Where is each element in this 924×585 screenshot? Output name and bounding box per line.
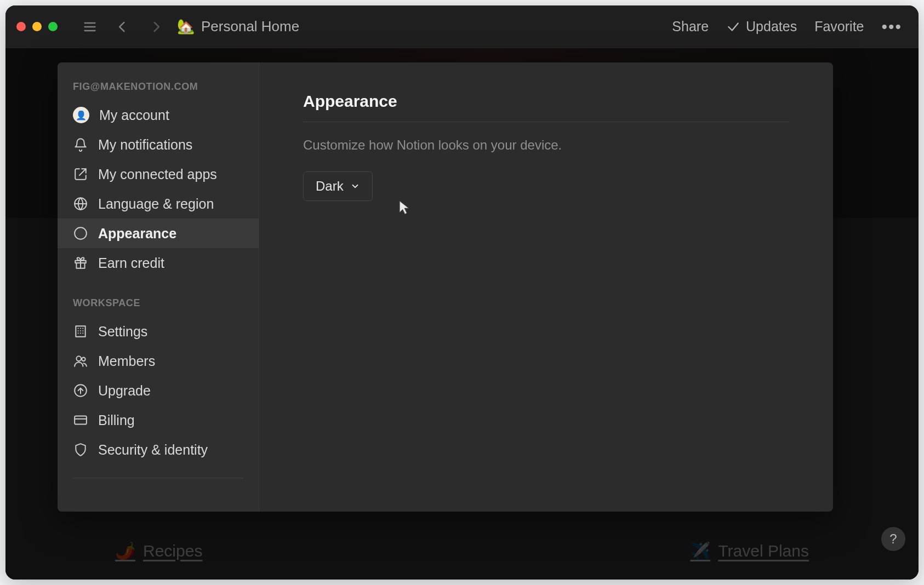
share-button[interactable]: Share [672, 19, 709, 35]
shield-icon [73, 442, 88, 457]
panel-description: Customize how Notion looks on your devic… [303, 137, 789, 153]
chevron-down-icon [350, 181, 360, 191]
updates-button[interactable]: Updates [726, 19, 797, 35]
sidebar-item-earn-credit[interactable]: Earn credit [58, 248, 259, 278]
svg-point-19 [76, 356, 81, 361]
sidebar-item-label: Language & region [98, 196, 214, 212]
breadcrumb[interactable]: 🏡 Personal Home [177, 18, 299, 35]
members-icon [73, 353, 88, 369]
sidebar-item-label: My connected apps [98, 167, 217, 182]
svg-point-5 [75, 227, 87, 239]
favorite-button[interactable]: Favorite [814, 19, 864, 35]
sidebar-item-label: Billing [98, 412, 135, 428]
theme-value: Dark [316, 179, 344, 194]
recipes-emoji-icon: 🌶️ [115, 541, 135, 560]
sidebar-item-label: My account [99, 107, 169, 123]
panel-title: Appearance [303, 92, 789, 122]
sidebar-item-members[interactable]: Members [58, 346, 259, 376]
credit-card-icon [73, 412, 88, 428]
traffic-lights [16, 22, 58, 31]
sidebar-item-label: Security & identity [98, 442, 208, 458]
sidebar-item-my-account[interactable]: 👤 My account [58, 100, 259, 130]
sidebar-item-appearance[interactable]: Appearance [58, 219, 259, 248]
settings-group-workspace-header: WORKSPACE [58, 292, 259, 317]
zoom-window-button[interactable] [48, 22, 58, 31]
gift-icon [73, 255, 88, 271]
sidebar-item-security[interactable]: Security & identity [58, 435, 259, 464]
building-icon [73, 324, 88, 339]
titlebar-actions: Share Updates Favorite ••• [672, 19, 908, 35]
page-link-recipes[interactable]: 🌶️ Recipes [115, 541, 202, 560]
bell-icon [73, 137, 88, 152]
app-window: 🏡 Personal Home Share Updates Favorite •… [5, 5, 919, 580]
more-options-icon[interactable]: ••• [881, 19, 902, 35]
settings-modal: FIG@MAKENOTION.COM 👤 My account My notif… [58, 62, 833, 512]
sidebar-item-label: Settings [98, 324, 147, 340]
svg-rect-9 [76, 326, 85, 337]
minimize-window-button[interactable] [32, 22, 42, 31]
upgrade-icon [73, 383, 88, 398]
sidebar-item-upgrade[interactable]: Upgrade [58, 376, 259, 405]
sidebar-item-label: Upgrade [98, 383, 151, 399]
sidebar-item-label: My notifications [98, 137, 192, 153]
sidebar-item-language[interactable]: Language & region [58, 189, 259, 219]
settings-sidebar: FIG@MAKENOTION.COM 👤 My account My notif… [58, 62, 259, 512]
svg-rect-23 [75, 416, 87, 424]
travel-emoji-icon: ✈️ [690, 541, 710, 560]
sidebar-item-my-notifications[interactable]: My notifications [58, 130, 259, 159]
sidebar-item-label: Earn credit [98, 255, 164, 271]
sidebar-item-connected-apps[interactable]: My connected apps [58, 159, 259, 189]
page-links: 🌶️ Recipes ✈️ Travel Plans [115, 541, 809, 560]
hamburger-menu-icon[interactable] [78, 15, 101, 38]
sidebar-item-billing[interactable]: Billing [58, 405, 259, 435]
external-link-icon [73, 167, 88, 182]
moon-icon [73, 226, 88, 241]
close-window-button[interactable] [16, 22, 26, 31]
svg-point-20 [82, 358, 85, 362]
sidebar-divider [73, 478, 243, 478]
forward-button[interactable] [144, 15, 167, 38]
page-emoji-icon: 🏡 [177, 18, 195, 35]
back-button[interactable] [111, 15, 134, 38]
settings-panel: Appearance Customize how Notion looks on… [259, 62, 833, 512]
avatar-icon: 👤 [73, 107, 89, 123]
sidebar-item-label: Appearance [98, 226, 176, 242]
titlebar: 🏡 Personal Home Share Updates Favorite •… [5, 5, 919, 48]
page-link-travel[interactable]: ✈️ Travel Plans [690, 541, 809, 560]
globe-icon [73, 196, 88, 211]
theme-select[interactable]: Dark [303, 171, 373, 201]
help-button[interactable]: ? [881, 527, 905, 551]
sidebar-item-settings[interactable]: Settings [58, 317, 259, 346]
page-title: Personal Home [201, 18, 299, 35]
sidebar-item-label: Members [98, 353, 155, 369]
cursor-icon [399, 200, 411, 217]
settings-group-account-header: FIG@MAKENOTION.COM [58, 76, 259, 100]
check-icon [726, 20, 740, 34]
